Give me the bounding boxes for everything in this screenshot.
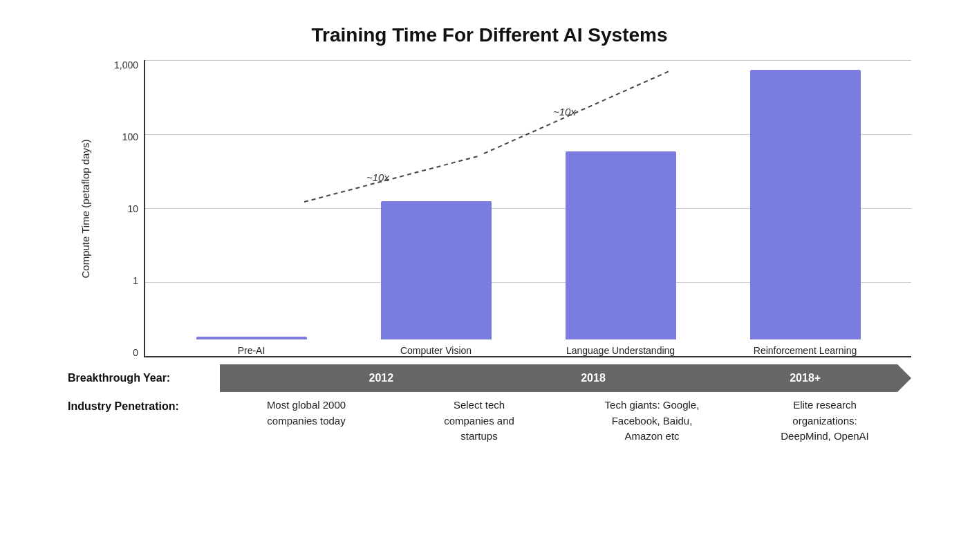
penetration-item-2: Tech giants: Google,Facebook, Baidu,Amaz… xyxy=(566,398,738,445)
penetration-item-1: Select techcompanies andstartups xyxy=(393,398,566,445)
y-tick-10: 10 xyxy=(127,204,138,214)
y-tick-0: 0 xyxy=(133,348,138,357)
bar-group-cv: Computer Vision xyxy=(344,60,528,356)
bar-group-lu: Language Understanding xyxy=(528,60,713,356)
bar-lu xyxy=(566,151,676,339)
bottom-section: Breakthrough Year: 2012 2018 2018+ Indus… xyxy=(68,364,911,445)
bar-label-lu: Language Understanding xyxy=(566,345,675,356)
bar-label-rl: Reinforcement Learning xyxy=(754,345,857,356)
timeline-bar: 2012 2018 2018+ xyxy=(220,364,911,392)
chart-container: Training Time For Different AI Systems C… xyxy=(40,10,939,550)
plot-area: ~10x ~10x Pre-AI Computer Vision xyxy=(144,60,911,357)
bar-group-preai: Pre-AI xyxy=(159,60,344,356)
timeline-year-2018: 2018 xyxy=(487,372,700,384)
timeline-year-2018plus: 2018+ xyxy=(699,372,911,384)
penetration-label: Industry Penetration: xyxy=(68,398,220,413)
bar-preai xyxy=(196,337,307,339)
y-axis-label: Compute Time (petaflop days) xyxy=(80,140,91,278)
penetration-item-3: Elite researchorganizations:DeepMind, Op… xyxy=(738,398,911,445)
y-axis-ticks: 1,000 100 10 1 0 xyxy=(102,60,144,357)
chart-area: Compute Time (petaflop days) 1,000 100 1… xyxy=(68,60,911,357)
y-tick-1000: 1,000 xyxy=(114,60,138,70)
y-tick-1: 1 xyxy=(133,276,138,286)
penetration-row: Industry Penetration: Most global 2000co… xyxy=(68,398,911,445)
bar-label-cv: Computer Vision xyxy=(400,345,472,356)
penetration-items: Most global 2000companies today Select t… xyxy=(220,398,911,445)
y-axis-label-container: Compute Time (petaflop days) xyxy=(68,60,102,357)
bar-label-preai: Pre-AI xyxy=(238,345,265,356)
y-tick-100: 100 xyxy=(122,132,138,142)
chart-title: Training Time For Different AI Systems xyxy=(68,24,911,46)
bar-rl xyxy=(750,70,861,339)
bar-group-rl: Reinforcement Learning xyxy=(713,60,897,356)
breakthrough-label: Breakthrough Year: xyxy=(68,372,220,384)
bar-cv xyxy=(381,201,492,339)
bars-wrapper: Pre-AI Computer Vision Language Understa… xyxy=(145,60,911,356)
breakthrough-row: Breakthrough Year: 2012 2018 2018+ xyxy=(68,364,911,392)
timeline-year-2012: 2012 xyxy=(275,372,487,384)
penetration-item-0: Most global 2000companies today xyxy=(220,398,393,445)
